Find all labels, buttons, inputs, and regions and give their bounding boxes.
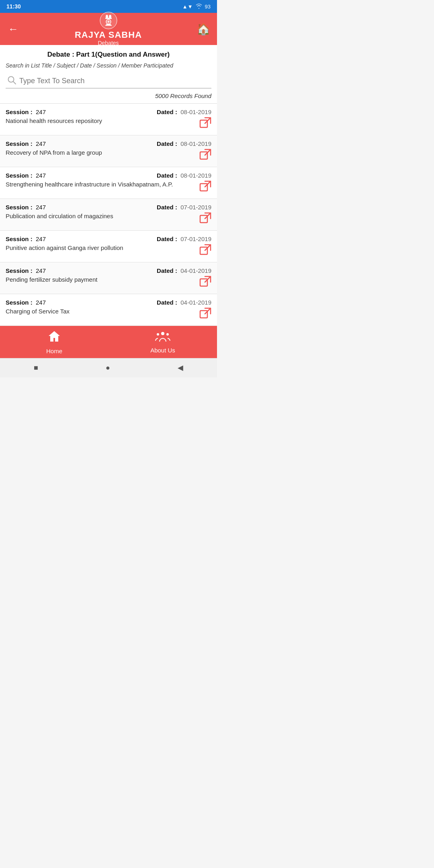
svg-point-29 xyxy=(157,333,159,336)
signal-icon: ▲▼ xyxy=(182,4,193,10)
records-found: 5000 Records Found xyxy=(6,91,211,100)
date-info: Dated : 08-01-2019 xyxy=(157,108,211,115)
svg-rect-16 xyxy=(200,152,207,159)
list-item-header: Session : 247 Dated : 08-01-2019 xyxy=(6,108,211,115)
svg-rect-10 xyxy=(106,24,111,25)
search-bar xyxy=(6,74,211,88)
svg-line-13 xyxy=(13,82,16,84)
date-info: Dated : 07-01-2019 xyxy=(157,235,211,242)
session-info: Session : 247 xyxy=(6,108,46,115)
svg-rect-24 xyxy=(200,279,207,286)
app-subtitle: Debates xyxy=(98,40,119,46)
home-nav-icon xyxy=(47,330,61,346)
header: ← RAJYA SABHA Debate xyxy=(0,13,217,45)
external-link-icon[interactable] xyxy=(199,276,211,290)
list-item-body: Punitive action against Ganga river poll… xyxy=(6,244,211,258)
back-button[interactable]: ← xyxy=(6,21,20,37)
item-title: Strengthening healthcare infrastructure … xyxy=(6,180,199,188)
search-hint: Search in List Title / Subject / Date / … xyxy=(6,62,211,70)
date-info: Dated : 07-01-2019 xyxy=(157,204,211,211)
item-title: Punitive action against Ganga river poll… xyxy=(6,244,199,252)
nav-home-label: Home xyxy=(46,348,62,354)
list-item-header: Session : 247 Dated : 07-01-2019 xyxy=(6,235,211,242)
list-item-header: Session : 247 Dated : 08-01-2019 xyxy=(6,172,211,179)
debate-title: Debate : Part 1(Question and Answer) xyxy=(6,51,211,59)
item-title: Charging of Service Tax xyxy=(6,307,199,315)
list-item-body: Strengthening healthcare infrastructure … xyxy=(6,180,211,194)
list-item: Session : 247 Dated : 08-01-2019 Recover… xyxy=(0,135,217,167)
date-info: Dated : 08-01-2019 xyxy=(157,140,211,147)
session-info: Session : 247 xyxy=(6,172,46,179)
list-item: Session : 247 Dated : 08-01-2019 Strengt… xyxy=(0,167,217,199)
bottom-nav: Home About Us xyxy=(0,326,217,358)
list-item-body: National health resources repository xyxy=(6,117,211,131)
android-circle-btn[interactable]: ● xyxy=(106,364,110,372)
svg-rect-20 xyxy=(200,215,207,223)
item-title: Publication and circulation of magazines xyxy=(6,212,199,220)
about-nav-icon xyxy=(155,330,171,345)
svg-rect-22 xyxy=(200,247,207,254)
wifi-icon xyxy=(195,3,203,10)
logo-icon xyxy=(100,12,117,29)
date-info: Dated : 04-01-2019 xyxy=(157,267,211,274)
list-item-body: Publication and circulation of magazines xyxy=(6,212,211,226)
session-info: Session : 247 xyxy=(6,140,46,147)
svg-rect-18 xyxy=(200,184,207,191)
list-item-body: Pending fertilizer subsidy payment xyxy=(6,276,211,290)
list-item: Session : 247 Dated : 07-01-2019 Punitiv… xyxy=(0,231,217,262)
battery-text: 93 xyxy=(205,4,211,10)
status-icons: ▲▼ 93 xyxy=(182,3,211,10)
nav-home[interactable]: Home xyxy=(0,326,108,358)
external-link-icon[interactable] xyxy=(199,212,211,226)
svg-rect-14 xyxy=(200,120,207,127)
list-item-header: Session : 247 Dated : 04-01-2019 xyxy=(6,267,211,274)
status-time: 11:30 xyxy=(6,3,21,10)
nav-about-label: About Us xyxy=(150,347,175,354)
list-item-header: Session : 247 Dated : 04-01-2019 xyxy=(6,299,211,306)
search-input[interactable] xyxy=(19,77,210,85)
search-section: Debate : Part 1(Question and Answer) Sea… xyxy=(0,45,217,104)
date-info: Dated : 04-01-2019 xyxy=(157,299,211,306)
external-link-icon[interactable] xyxy=(199,180,211,194)
external-link-icon[interactable] xyxy=(199,244,211,258)
svg-point-1 xyxy=(106,15,108,18)
app-title: RAJYA SABHA xyxy=(75,30,142,40)
android-back-btn[interactable]: ◀ xyxy=(178,363,183,372)
item-title: Recovery of NPA from a large group xyxy=(6,149,199,157)
svg-point-2 xyxy=(109,15,111,18)
home-icon[interactable]: 🏠 xyxy=(197,23,211,36)
svg-point-28 xyxy=(161,332,164,335)
svg-rect-11 xyxy=(105,25,112,26)
debate-list: Session : 247 Dated : 08-01-2019 Nationa… xyxy=(0,104,217,326)
svg-rect-3 xyxy=(105,18,112,19)
session-info: Session : 247 xyxy=(6,235,46,242)
list-item: Session : 247 Dated : 08-01-2019 Nationa… xyxy=(0,104,217,135)
search-icon xyxy=(7,76,16,86)
list-item: Session : 247 Dated : 07-01-2019 Publica… xyxy=(0,199,217,231)
list-item-header: Session : 247 Dated : 08-01-2019 xyxy=(6,140,211,147)
external-link-icon[interactable] xyxy=(199,307,211,321)
status-bar: 11:30 ▲▼ 93 xyxy=(0,0,217,13)
android-nav-bar: ■ ● ◀ xyxy=(0,358,217,377)
svg-point-30 xyxy=(166,333,169,336)
external-link-icon[interactable] xyxy=(199,149,211,163)
session-info: Session : 247 xyxy=(6,299,46,306)
item-title: National health resources repository xyxy=(6,117,199,125)
session-info: Session : 247 xyxy=(6,267,46,274)
item-title: Pending fertilizer subsidy payment xyxy=(6,276,199,284)
date-info: Dated : 08-01-2019 xyxy=(157,172,211,179)
android-square-btn[interactable]: ■ xyxy=(34,364,38,372)
session-info: Session : 247 xyxy=(6,204,46,211)
list-item-body: Charging of Service Tax xyxy=(6,307,211,321)
list-item: Session : 247 Dated : 04-01-2019 Chargin… xyxy=(0,294,217,326)
header-center: RAJYA SABHA Debates xyxy=(20,12,197,46)
list-item-header: Session : 247 Dated : 07-01-2019 xyxy=(6,204,211,211)
external-link-icon[interactable] xyxy=(199,117,211,131)
svg-rect-26 xyxy=(200,311,207,318)
nav-about[interactable]: About Us xyxy=(108,326,217,358)
list-item: Session : 247 Dated : 04-01-2019 Pending… xyxy=(0,262,217,294)
list-item-body: Recovery of NPA from a large group xyxy=(6,149,211,163)
